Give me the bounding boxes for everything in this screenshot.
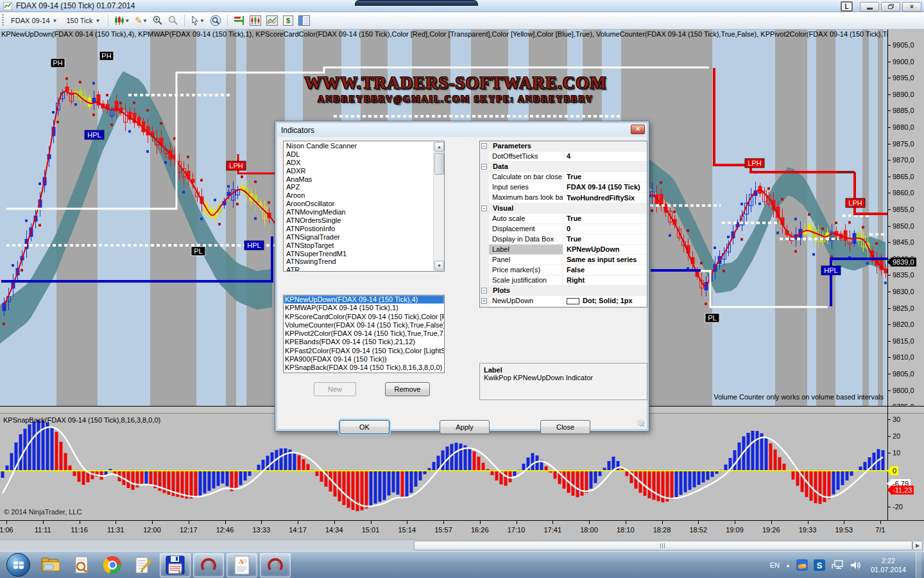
cloud-app-icon[interactable] — [796, 559, 808, 571]
indicator-list-item[interactable]: Aroon — [284, 191, 433, 200]
property-value[interactable]: 0 — [563, 224, 647, 234]
data-grid-button[interactable] — [232, 15, 246, 26]
apply-button[interactable]: Apply — [440, 420, 490, 434]
notepad-button[interactable] — [132, 554, 154, 576]
language-indicator[interactable]: EN — [770, 561, 780, 569]
property-row[interactable]: Displacement0 — [480, 224, 647, 234]
indicator-list-item[interactable]: ADX — [284, 159, 433, 167]
configured-indicator-item[interactable]: KPScoreCardColor(FDAX 09-14 (150 Tick),C… — [284, 313, 444, 321]
dialog-titlebar[interactable]: Indicators ✕ — [278, 124, 646, 137]
chart-style-button[interactable]: ▼ — [112, 15, 132, 26]
dialog-resize-grip[interactable] — [638, 420, 644, 426]
plot-color-swatch[interactable] — [567, 298, 579, 304]
property-category-row[interactable]: −Parameters — [480, 141, 647, 152]
property-value[interactable]: FDAX 09-14 (150 Tick) — [563, 182, 647, 192]
property-value[interactable]: 4 — [563, 152, 647, 161]
chrome-button[interactable] — [101, 554, 123, 576]
data-box-button[interactable] — [208, 14, 223, 27]
expand-collapse-icon[interactable]: − — [481, 143, 487, 149]
show-desktop-button[interactable] — [916, 552, 921, 578]
indicator-list-item[interactable]: ADL — [284, 150, 433, 159]
indicator-list-item[interactable]: ATNStopTarget — [284, 241, 433, 250]
properties-button[interactable] — [296, 15, 312, 26]
configured-indicator-item[interactable]: KPEBands(FDAX 09-14 (150 Tick),21,12) — [284, 338, 444, 346]
configured-indicator-item[interactable]: KPPivot2Color(FDAX 09-14 (150 Tick),True… — [284, 329, 444, 338]
configured-indicator-item[interactable]: VolumeCounter(FDAX 09-14 (150 Tick),True… — [284, 321, 444, 329]
indicator-list-item[interactable]: ADXR — [284, 167, 433, 175]
indicator-list-item[interactable]: ATNPostionInfo — [284, 225, 433, 233]
property-row[interactable]: Input seriesFDAX 09-14 (150 Tick) — [480, 182, 647, 193]
property-value[interactable]: KPNewUpDown — [563, 245, 647, 254]
taskbar-app-wordpad[interactable]: A — [227, 553, 257, 577]
network-icon[interactable] — [831, 559, 844, 571]
background-window-tab[interactable] — [355, 0, 478, 6]
minimize-button[interactable] — [860, 2, 879, 12]
taskbar-app-ninjatrader-2[interactable] — [260, 553, 291, 577]
lock-button[interactable]: L — [841, 1, 853, 12]
configured-indicator-item[interactable]: KPNewUpDown(FDAX 09-14 (150 Tick),4) — [284, 295, 444, 304]
list-scrollbar[interactable]: ▲ ▼ — [433, 141, 444, 271]
price-axis[interactable]: 9905,09900,09895,09890,09885,09880,09875… — [888, 30, 924, 406]
scrollbar-right-arrow[interactable]: ▶ — [912, 541, 923, 550]
oscillator-axis[interactable]: 302010-200-6,79-11,23 — [888, 414, 924, 520]
indicator-list-item[interactable]: Nison Candle Scanner — [284, 142, 433, 150]
horizontal-scrollbar[interactable]: ▶ — [0, 539, 924, 551]
indicator-list-item[interactable]: ATNOrdersSingle — [284, 216, 433, 225]
property-row[interactable]: Display in Data BoxTrue — [480, 234, 647, 245]
indicator-list-item[interactable]: ATNSuperTrendM1 — [284, 250, 433, 258]
property-category-row[interactable]: −Data — [480, 162, 647, 172]
scrollbar-thumb[interactable] — [414, 541, 912, 550]
dialog-close-button[interactable]: ✕ — [631, 125, 645, 134]
remove-button[interactable]: Remove — [385, 382, 430, 396]
property-value[interactable]: Dot; Solid; 1px — [563, 296, 647, 306]
indicator-list-item[interactable]: AnaMas — [284, 175, 433, 184]
tray-expand-icon[interactable]: ▲ — [785, 563, 791, 568]
property-value[interactable]: True — [563, 172, 647, 182]
property-grid[interactable]: −ParametersDotOffsetTicks4−DataCalculate… — [479, 141, 647, 308]
configured-indicator-item[interactable]: KPFast2Color(FDAX 09-14 (150 Tick),Color… — [284, 347, 444, 355]
property-category-row[interactable]: −Visual — [480, 204, 647, 214]
indicator-list-item[interactable]: ATNswingTrend — [284, 258, 433, 266]
property-category-row[interactable]: −Plots — [480, 286, 647, 296]
toolbar-grip[interactable] — [2, 14, 4, 27]
property-row[interactable]: Price marker(s)False — [480, 265, 647, 276]
configured-indicator-item[interactable]: KPA900(FDAX 09-14 (150 Tick)) — [284, 355, 444, 363]
search-button[interactable] — [71, 554, 92, 576]
property-row[interactable]: Maximum bars look backTwoHundredFiftySix — [480, 193, 647, 203]
interval-dropdown[interactable]: 150 Tick ▼ — [62, 15, 105, 26]
configured-indicators-list[interactable]: KPNewUpDown(FDAX 09-14 (150 Tick),4)KPMW… — [283, 295, 445, 373]
indicator-list-item[interactable]: ATNMovingMedian — [284, 208, 433, 216]
property-row[interactable]: Scale justificationRight — [480, 276, 647, 286]
expand-collapse-icon[interactable]: − — [481, 164, 487, 170]
taskbar-app-floppy[interactable]: 64 — [160, 553, 191, 577]
draw-button[interactable]: ✎ ▼ — [133, 15, 150, 26]
volume-icon[interactable] — [850, 559, 862, 571]
explorer-button[interactable] — [40, 554, 62, 576]
ok-button[interactable]: OK — [339, 420, 389, 434]
property-row[interactable]: +NewUpDownDot; Solid; 1px — [480, 296, 647, 306]
start-button[interactable] — [6, 553, 30, 577]
configured-indicator-item[interactable]: KPSnapBack(FDAX 09-14 (150 Tick),8,16,3,… — [284, 363, 444, 372]
skype-icon[interactable]: S — [814, 559, 825, 571]
indicator-list-item[interactable]: APZ — [284, 183, 433, 191]
indicator-list-item[interactable]: AroonOscillator — [284, 200, 433, 208]
taskbar-app-ninjatrader[interactable] — [193, 553, 224, 577]
scroll-up-arrow[interactable]: ▲ — [434, 142, 444, 152]
property-value[interactable]: TwoHundredFiftySix — [563, 193, 647, 202]
time-axis[interactable]: 1:0611:1111:1611:3112:0012:1712:4613:331… — [0, 520, 924, 539]
close-button-dialog[interactable]: Close — [540, 420, 590, 434]
expand-collapse-icon[interactable]: − — [481, 206, 487, 211]
cursor-button[interactable]: ▼ — [189, 15, 207, 26]
zoom-in-button[interactable] — [151, 15, 165, 26]
property-row[interactable]: PanelSame as input series — [480, 255, 647, 265]
property-value[interactable]: True — [563, 234, 647, 244]
property-value[interactable]: Same as input series — [563, 255, 647, 265]
property-value[interactable]: True — [563, 214, 647, 223]
scroll-down-arrow[interactable]: ▼ — [434, 261, 444, 270]
expand-collapse-icon[interactable]: + — [481, 298, 487, 304]
account-button[interactable]: $ — [281, 15, 295, 26]
property-row[interactable]: LabelKPNewUpDown — [480, 245, 647, 255]
indicator-list-item[interactable]: ATNSignalTrader — [284, 233, 433, 241]
scroll-thumb[interactable] — [434, 153, 444, 175]
property-value[interactable]: Right — [563, 276, 647, 285]
